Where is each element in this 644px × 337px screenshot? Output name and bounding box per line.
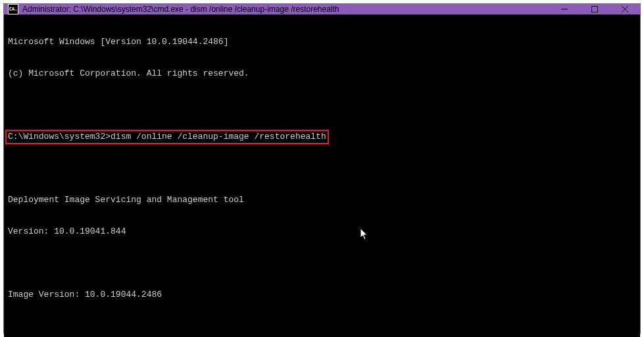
command-text: dism /online /cleanup-image /restoreheal… bbox=[111, 132, 326, 142]
blank-line bbox=[8, 321, 636, 332]
window-controls bbox=[549, 4, 640, 14]
svg-rect-1 bbox=[592, 7, 598, 13]
cmd-window: CA. Administrator: C:\Windows\system32\c… bbox=[3, 3, 641, 334]
maximize-button[interactable] bbox=[580, 4, 610, 14]
window-title: Administrator: C:\Windows\system32\cmd.e… bbox=[22, 5, 549, 14]
dism-title-line: Deployment Image Servicing and Managemen… bbox=[8, 195, 636, 205]
close-button[interactable] bbox=[610, 4, 640, 14]
command-highlight: C:\Windows\system32>dism /online /cleanu… bbox=[5, 130, 329, 144]
command-line: C:\Windows\system32>dism /online /cleanu… bbox=[8, 132, 636, 142]
version-line: Microsoft Windows [Version 10.0.19044.24… bbox=[8, 37, 636, 47]
blank-line bbox=[8, 163, 636, 174]
image-version-line: Image Version: 10.0.19044.2486 bbox=[8, 290, 636, 300]
blank-line bbox=[8, 100, 636, 111]
blank-line bbox=[8, 258, 636, 269]
dism-version-line: Version: 10.0.19041.844 bbox=[8, 226, 636, 237]
cmd-icon-label: CA. bbox=[9, 7, 18, 12]
minimize-button[interactable] bbox=[549, 4, 580, 14]
copyright-line: (c) Microsoft Corporation. All rights re… bbox=[8, 68, 636, 79]
prompt-text: C:\Windows\system32> bbox=[8, 132, 111, 142]
titlebar[interactable]: CA. Administrator: C:\Windows\system32\c… bbox=[4, 4, 640, 14]
cmd-icon: CA. bbox=[8, 4, 18, 14]
terminal-body[interactable]: Microsoft Windows [Version 10.0.19044.24… bbox=[4, 14, 640, 337]
